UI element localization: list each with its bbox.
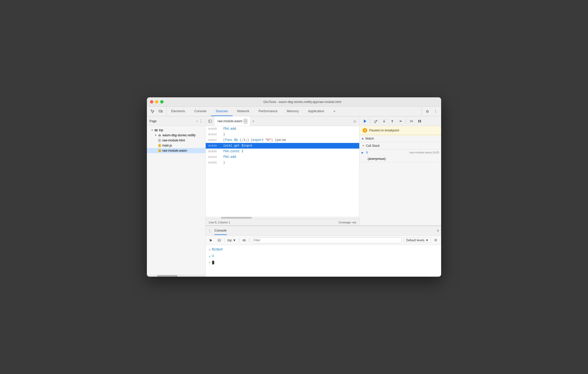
cursor-position: Line 8, Column 1 <box>209 221 230 224</box>
callstack-arrow: ▼ <box>362 144 364 147</box>
console-settings-btn[interactable]: ⚙ <box>432 237 439 244</box>
horizontal-scrollbar[interactable] <box>206 217 359 219</box>
console-return-prompt: < <box>209 254 211 259</box>
tree-label-html: raw-module.html <box>162 139 185 142</box>
step-into-btn[interactable] <box>380 118 388 124</box>
expand-arrow-netlify: ▼ <box>155 134 157 137</box>
sidebar-toggle-btn[interactable] <box>206 116 214 126</box>
folder-icon-top <box>154 128 158 132</box>
console-context-value: top <box>227 238 232 242</box>
deactivate-breakpoints-btn[interactable] <box>408 118 415 124</box>
sidebar-scroll-thumb[interactable] <box>157 275 178 277</box>
console-eye-btn[interactable] <box>241 237 247 244</box>
tree-item-mainjs[interactable]: JS main.js <box>147 143 205 148</box>
main-toolbar: Elements Console Sources Network Perform… <box>147 107 441 116</box>
svg-rect-0 <box>159 110 161 112</box>
console-sep <box>224 238 224 243</box>
console-input-line[interactable]: > <box>209 260 438 265</box>
svg-rect-2 <box>155 129 158 131</box>
tree-item-top[interactable]: ▼ top <box>147 128 205 133</box>
callstack-item-b[interactable]: ▶ b raw-module.wasm:0x39 <box>360 149 441 156</box>
tab-more[interactable]: » <box>329 107 340 116</box>
tree-label-top: top <box>159 128 163 132</box>
device-toolbar-icon[interactable] <box>157 108 164 115</box>
clear-console-btn[interactable] <box>216 237 223 244</box>
console-line-input: > $input <box>209 247 438 254</box>
levels-chevron: ▼ <box>426 238 429 242</box>
console-close-btn[interactable]: × <box>437 228 439 233</box>
console-input-value: $input <box>212 248 223 251</box>
pause-exceptions-btn[interactable] <box>416 118 423 124</box>
tab-performance[interactable]: Performance <box>254 107 282 116</box>
tree-item-html[interactable]: HTML raw-module.html <box>147 138 205 143</box>
console-context-selector[interactable]: top ▼ <box>226 238 237 243</box>
callstack-label: Call Stack <box>366 144 380 148</box>
code-line-0x035: 0x035 f64.add <box>206 126 359 132</box>
scroll-thumb[interactable] <box>221 217 252 219</box>
console-levels-selector[interactable]: Default levels ▼ <box>404 238 431 243</box>
step-btn[interactable] <box>397 118 404 124</box>
console-line-return: < 4 <box>209 254 438 260</box>
console-tab[interactable]: Console <box>214 226 227 235</box>
editor-and-debugger: raw-module.wasm × » ▷ 0x035 f64.add <box>206 116 441 225</box>
tree-item-wasm[interactable]: WASM raw-module.wasm <box>147 148 205 153</box>
editor-tab-filename: raw-module.wasm <box>217 119 242 123</box>
minimize-button[interactable] <box>155 100 158 103</box>
tree-label-netlify: wasm-dbg-stories.netlify <box>162 133 195 137</box>
step-out-btn[interactable] <box>388 118 396 124</box>
svg-rect-1 <box>161 111 163 112</box>
levels-label: Default levels <box>406 238 424 242</box>
code-container[interactable]: 0x035 f64.add 0x036 ) 0x037 (func $b (;1… <box>206 126 359 217</box>
center-and-right: raw-module.wasm × » ▷ 0x035 f64.add <box>206 116 441 277</box>
sidebar-more-btn[interactable]: » <box>195 119 199 123</box>
callstack-item-anonymous[interactable]: (anonymous) <box>360 156 441 162</box>
fullscreen-button[interactable] <box>160 100 164 103</box>
debugger-toolbar <box>360 116 441 126</box>
editor-tab-close[interactable]: × <box>244 119 247 123</box>
svg-rect-22 <box>418 120 419 122</box>
devtools-window: DevTools - wasm-dbg-stories.netlify.app/… <box>147 97 441 277</box>
inspect-icon[interactable] <box>149 108 156 115</box>
tab-network[interactable]: Network <box>233 107 254 116</box>
file-tree: ▼ top ▼ wasm-dbg-stories.netli <box>147 126 205 275</box>
console-prompt-1: > <box>209 248 211 253</box>
editor-more-btn[interactable]: » <box>251 116 256 126</box>
tab-elements[interactable]: Elements <box>167 107 190 116</box>
sidebar-scrollbar[interactable] <box>147 275 205 277</box>
file-sidebar: Page » ⋮ ▼ top ▼ <box>147 116 206 277</box>
close-button[interactable] <box>150 100 153 103</box>
overflow-menu-icon[interactable]: ⋮ <box>432 108 439 115</box>
tab-application[interactable]: Application <box>303 107 329 116</box>
console-filter-input[interactable] <box>251 237 402 243</box>
console-run-btn[interactable] <box>208 237 214 244</box>
callstack-section-header[interactable]: ▼ Call Stack <box>360 142 441 149</box>
file-js-icon: JS <box>158 144 161 147</box>
callstack-fn-anonymous: (anonymous) <box>368 157 386 161</box>
tab-sources[interactable]: Sources <box>211 107 233 116</box>
console-output: > $input < 4 > <box>206 245 441 277</box>
active-frame-arrow: ▶ <box>362 151 364 154</box>
file-html-icon: HTML <box>158 139 161 142</box>
coverage-status: Coverage: n/a <box>339 221 356 224</box>
console-sep-3 <box>249 238 249 243</box>
settings-icon[interactable]: ⚙ <box>424 108 431 115</box>
console-panel: ⋮ Console × <box>206 225 441 277</box>
tree-item-netlify[interactable]: ▼ wasm-dbg-stories.netlify <box>147 133 205 138</box>
watch-section-header[interactable]: ▶ Watch <box>360 135 441 142</box>
console-menu-btn[interactable]: ⋮ <box>208 228 212 233</box>
info-icon: ℹ <box>363 128 367 133</box>
tab-memory[interactable]: Memory <box>282 107 303 116</box>
resume-btn[interactable] <box>361 118 369 124</box>
sidebar-title: Page <box>149 119 195 123</box>
code-line-0x037: 0x037 (func $b (;1;) (export "b") (param <box>206 137 359 143</box>
svg-rect-23 <box>420 120 421 122</box>
traffic-lights <box>150 100 164 103</box>
callstack-fn-b: b <box>366 151 368 154</box>
main-tabs: Elements Console Sources Network Perform… <box>167 107 421 116</box>
sidebar-menu-btn[interactable]: ⋮ <box>199 119 203 123</box>
step-over-btn[interactable] <box>372 118 380 124</box>
tab-console[interactable]: Console <box>190 107 211 116</box>
run-snippet-btn[interactable]: ▷ <box>351 116 359 126</box>
editor-tab-wasm[interactable]: raw-module.wasm × <box>214 116 251 126</box>
context-chevron: ▼ <box>233 238 236 242</box>
